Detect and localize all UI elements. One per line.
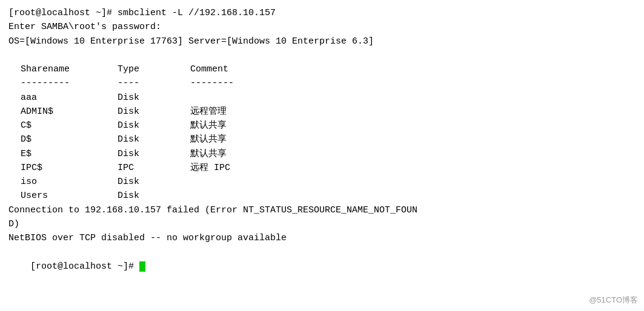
password-prompt: Enter SAMBA\root's password:	[8, 20, 636, 34]
share-comment-admin: 远程管理	[190, 105, 227, 119]
share-name-d: D$	[21, 133, 118, 146]
table-row: iso Disk	[21, 175, 636, 189]
share-type-admin: Disk	[118, 105, 190, 119]
share-comment-c: 默认共享	[190, 119, 227, 133]
share-type-ipc: IPC	[118, 161, 190, 175]
table-row: C$ Disk 默认共享	[21, 119, 636, 133]
share-type-iso: Disk	[118, 175, 190, 189]
share-type-e: Disk	[118, 147, 190, 161]
sep-type: ----	[118, 76, 190, 90]
table-row: Users Disk	[21, 189, 636, 203]
share-comment-e: 默认共享	[190, 147, 227, 161]
cursor-block	[139, 261, 145, 272]
header-sharename: Sharename	[21, 62, 118, 76]
share-name-admin: ADMIN$	[21, 105, 118, 119]
share-name-users: Users	[21, 189, 118, 203]
command-line: [root@localhost ~]# smbclient -L //192.1…	[8, 6, 636, 20]
share-comment-ipc: 远程 IPC	[190, 161, 230, 175]
share-type-users: Disk	[118, 189, 190, 203]
final-prompt: [root@localhost ~]#	[8, 245, 636, 287]
share-name-iso: iso	[21, 175, 118, 189]
share-name-ipc: IPC$	[21, 161, 118, 175]
share-type-d: Disk	[118, 133, 190, 146]
connection-error-1: Connection to 192.168.10.157 failed (Err…	[8, 203, 636, 217]
sep-comment: --------	[190, 76, 234, 90]
table-row: ADMIN$ Disk 远程管理	[21, 105, 636, 119]
header-type: Type	[118, 62, 190, 76]
share-name-c: C$	[21, 119, 118, 133]
table-separator-row: --------- ---- --------	[21, 76, 636, 90]
table-row: IPC$ IPC 远程 IPC	[21, 161, 636, 175]
sep-sharename: ---------	[21, 76, 118, 90]
prompt-text: [root@localhost ~]#	[30, 261, 139, 272]
share-name-aaa: aaa	[21, 91, 118, 105]
header-comment: Comment	[190, 62, 228, 76]
terminal: [root@localhost ~]# smbclient -L //192.1…	[0, 0, 644, 311]
share-table: Sharename Type Comment --------- ---- --…	[8, 62, 636, 203]
watermark: @51CTO博客	[589, 294, 638, 306]
share-type-c: Disk	[118, 119, 190, 133]
share-comment-d: 默认共享	[190, 133, 227, 146]
table-row: aaa Disk	[21, 91, 636, 105]
share-name-e: E$	[21, 147, 118, 161]
connection-error-2: D)	[8, 217, 636, 231]
os-info: OS=[Windows 10 Enterprise 17763] Server=…	[8, 34, 636, 48]
table-row: E$ Disk 默认共享	[21, 147, 636, 161]
table-header-row: Sharename Type Comment	[21, 62, 636, 76]
netbios-line: NetBIOS over TCP disabled -- no workgrou…	[8, 231, 636, 245]
table-row: D$ Disk 默认共享	[21, 133, 636, 146]
blank-line-1	[8, 48, 636, 62]
share-type-aaa: Disk	[118, 91, 190, 105]
